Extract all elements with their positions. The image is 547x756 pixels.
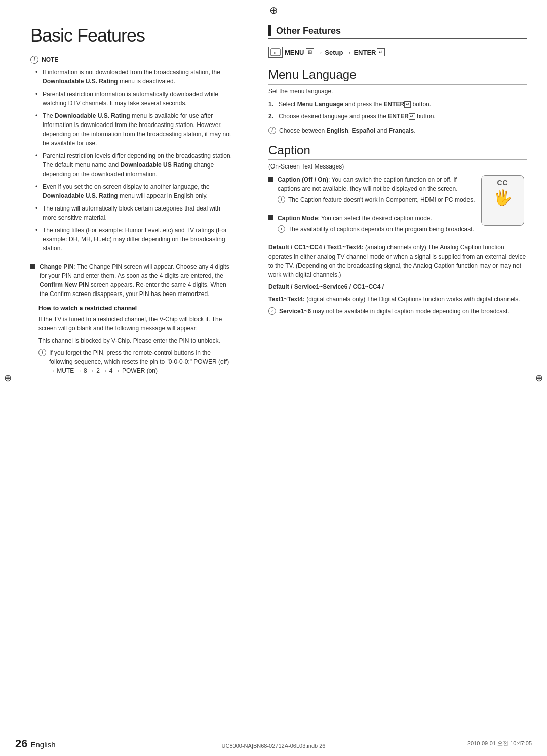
note-list: If information is not downloaded from th… [30, 68, 232, 253]
basic-features-title: Basic Features [30, 25, 232, 47]
default-service-heading: Default / Service1~Service6 / CC1~CC4 / [268, 282, 527, 291]
menu-arrow2: → [345, 49, 351, 56]
pin-note-icon: i [38, 349, 46, 356]
cc-hand-icon: 🖐 [493, 189, 512, 206]
choose-note-icon: i [268, 127, 276, 134]
caption-feature-note-icon: i [278, 196, 285, 203]
caption-feature-note-text: The Caption feature doesn't work in Comp… [288, 195, 475, 204]
change-pin-label: Change PIN [40, 263, 73, 270]
page-language: English [30, 740, 55, 749]
change-pin-content: Change PIN: The Change PIN screen will a… [40, 262, 232, 299]
step-2-text: Choose desired language and press the EN… [279, 112, 436, 121]
note-item-5: Even if you set the on-screen display to… [35, 182, 232, 200]
menu-language-steps: 1. Select Menu Language and press the EN… [268, 100, 527, 121]
caption-feature-note: i The Caption feature doesn't work in Co… [278, 195, 476, 204]
caption-subtitle: (On-Screen Text Messages) [268, 163, 527, 170]
page-number: 26 [15, 737, 27, 750]
bottom-bar: 26 English UC8000-NA]BN68-02712A-06L03.i… [0, 731, 547, 756]
step-2-num: 2. [268, 112, 276, 121]
pin-note: i If you forget the PIN, press the remot… [38, 348, 232, 375]
caption-avail-text: The availability of captions depends on … [288, 225, 474, 234]
change-pin-item: Change PIN: The Change PIN screen will a… [30, 262, 232, 299]
note-header: i NOTE [30, 56, 232, 64]
svg-text:m: m [274, 50, 278, 55]
caption-title: Caption [268, 143, 527, 160]
menu-language-subtitle: Set the menu language. [268, 88, 527, 95]
menu-grid-icon: ⊞ [306, 48, 314, 56]
cc-remote-illustration: CC 🖐 [481, 175, 524, 226]
step-1: 1. Select Menu Language and press the EN… [268, 100, 527, 109]
restricted-channel-section: How to watch a restricted channel If the… [30, 305, 232, 375]
service-note-icon: i [268, 307, 276, 315]
other-features-title: Other Features [276, 26, 341, 36]
note-item-7: The rating titles (For example: Humor Le… [35, 226, 232, 253]
restricted-channel-text2: This channel is blocked by V-Chip. Pleas… [38, 336, 232, 345]
caption-body: Caption (Off / On): You can switch the c… [268, 175, 527, 243]
menu-icon: m [268, 47, 283, 58]
caption-mode-label: Caption Mode [278, 215, 318, 222]
caption-mode-item: Caption Mode: You can select the desired… [268, 214, 476, 237]
caption-avail-icon: i [278, 225, 285, 233]
caption-section: Caption (On-Screen Text Messages) Captio… [268, 143, 527, 316]
service-note: i Service1~6 may not be available in dig… [268, 307, 527, 316]
menu-path: m MENU ⊞ → Setup → ENTER ↵ [268, 47, 527, 58]
other-features-bar-icon [268, 25, 271, 36]
pin-note-text: If you forget the PIN, press the remote-… [49, 348, 232, 375]
caption-off-on-content: Caption (Off / On): You can switch the c… [278, 175, 476, 207]
default-service-text: Text1~Text4: (digital channels only) The… [268, 295, 527, 304]
footer-file: UC8000-NA]BN68-02712A-06L03.indb 26 [222, 743, 326, 749]
right-compass-icon: ⊕ [535, 372, 543, 384]
other-features-header: Other Features [268, 25, 527, 39]
default-cc-text: Default / CC1~CC4 / Text1~Text4: (analog… [268, 243, 527, 279]
choose-language-note: i Choose between English, Español and Fr… [268, 126, 527, 135]
page-container: ⊕ ⊕ ⊕ Basic Features i NOTE If informati… [0, 0, 547, 756]
right-column: Other Features m MENU ⊞ → Setup → ENTER … [248, 15, 547, 389]
note-section: i NOTE If information is not downloaded … [30, 56, 232, 253]
caption-text-col: Caption (Off / On): You can switch the c… [268, 175, 476, 243]
menu-language-title: Menu Language [268, 68, 527, 85]
restricted-channel-heading: How to watch a restricted channel [38, 305, 232, 312]
left-column: Basic Features i NOTE If information is … [0, 15, 248, 389]
note-item-6: The rating will automatically block cert… [35, 204, 232, 222]
menu-arrow1: → [316, 49, 323, 56]
caption-availability-note: i The availability of captions depends o… [278, 225, 474, 234]
square-bullet-icon [30, 264, 35, 269]
cc-label: CC [497, 179, 508, 187]
note-item-2: Parental restriction information is auto… [35, 90, 232, 108]
restricted-channel-text1: If the TV is tuned to a restricted chann… [38, 315, 232, 333]
caption-off-on-bullet [268, 177, 274, 182]
note-icon: i [30, 56, 38, 64]
menu-setup: Setup [325, 49, 343, 56]
footer-left: 26 English [15, 737, 56, 750]
enter-icon: ↵ [377, 48, 385, 56]
note-label: NOTE [42, 56, 58, 63]
left-compass-icon: ⊕ [4, 372, 12, 384]
caption-off-on-label: Caption (Off / On) [278, 176, 328, 183]
caption-off-on-item: Caption (Off / On): You can switch the c… [268, 175, 476, 207]
top-compass-icon: ⊕ [269, 4, 278, 16]
caption-mode-bullet [268, 215, 274, 220]
caption-mode-text: : You can select the desired caption mod… [318, 215, 432, 222]
menu-enter-label: ENTER [354, 49, 376, 56]
service-note-text: Service1~6 may not be available in digit… [279, 307, 510, 316]
note-item-3: The Downloadable U.S. Rating menu is ava… [35, 111, 232, 148]
menu-label: MENU [285, 49, 304, 56]
caption-mode-content: Caption Mode: You can select the desired… [278, 214, 474, 237]
note-item-1: If information is not downloaded from th… [35, 68, 232, 86]
choose-note-text: Choose between English, Español and Fran… [279, 126, 416, 135]
step-2: 2. Choose desired language and press the… [268, 112, 527, 121]
note-item-4: Parental restriction levels differ depen… [35, 151, 232, 179]
cc-remote-col: CC 🖐 [481, 175, 527, 226]
step-1-text: Select Menu Language and press the ENTER… [279, 100, 431, 109]
footer-date: 2010-09-01 오전 10:47:05 [467, 740, 532, 747]
step-1-num: 1. [268, 100, 276, 109]
